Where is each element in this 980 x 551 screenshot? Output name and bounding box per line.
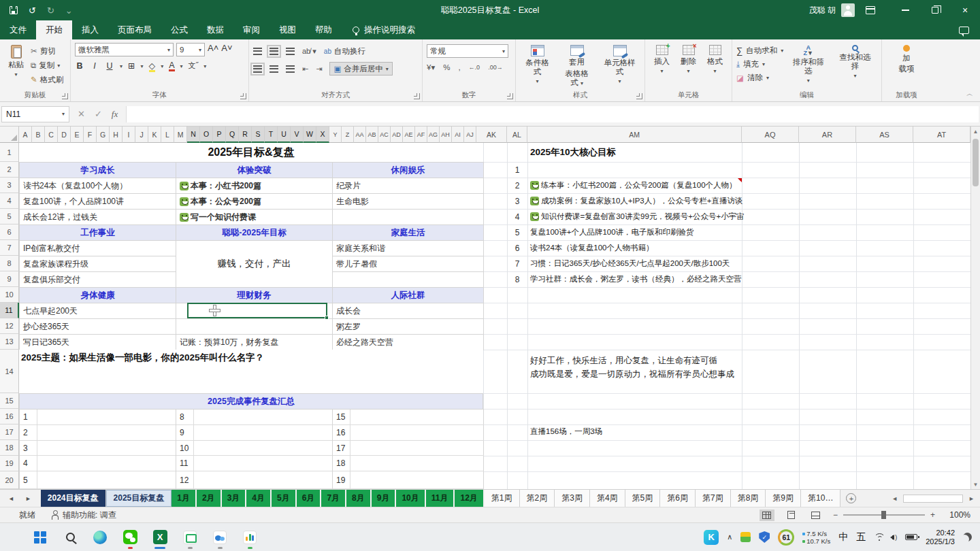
- alignment-dialog-launcher[interactable]: [414, 93, 420, 99]
- column-header[interactable]: L: [161, 127, 174, 143]
- column-header[interactable]: AR: [799, 127, 856, 143]
- sheet-tab[interactable]: 1月: [172, 490, 197, 507]
- sheet-cell[interactable]: 带儿子暑假: [333, 256, 484, 272]
- column-header-selected[interactable]: N: [187, 127, 200, 143]
- column-header[interactable]: AJ: [464, 127, 476, 143]
- goal-text-cell[interactable]: 成功案例：复盘家族10人+IP3人），公众号专栏+直播访谈: [527, 193, 742, 209]
- normal-view-button[interactable]: [760, 510, 774, 521]
- network-speed[interactable]: 7.5 K/s 10.7 K/s: [802, 530, 830, 545]
- format-painter-button[interactable]: ✎格式刷: [31, 73, 63, 86]
- row-header[interactable]: 7: [0, 240, 19, 256]
- summary-row[interactable]: 16: [333, 425, 484, 441]
- decrease-indent-icon[interactable]: ⇤: [302, 65, 308, 73]
- column-header[interactable]: B: [32, 127, 45, 143]
- horizontal-scrollbar[interactable]: ◄ ►: [889, 490, 980, 507]
- sheet-nav-next-icon[interactable]: ►: [25, 495, 31, 502]
- name-box[interactable]: N11▾: [1, 106, 69, 122]
- grow-font-button[interactable]: A˄: [208, 43, 218, 56]
- font-dialog-launcher[interactable]: [240, 93, 246, 99]
- sheet-cell[interactable]: 成长会12讲，过钱关: [20, 210, 176, 225]
- column-header[interactable]: K: [148, 127, 161, 143]
- avatar[interactable]: [841, 3, 855, 17]
- sheet-tab[interactable]: 第2周: [520, 490, 555, 507]
- cut-button[interactable]: ✂剪切: [31, 44, 63, 58]
- decrease-decimal-icon[interactable]: .00→: [488, 64, 503, 71]
- comment-icon[interactable]: [959, 27, 969, 34]
- sheet-cell[interactable]: 学习成长: [20, 163, 176, 178]
- comma-style-icon[interactable]: ,: [458, 63, 460, 71]
- sheet-tab[interactable]: 第3周: [555, 490, 590, 507]
- sheet-nav-prev-icon[interactable]: ◄: [8, 495, 14, 502]
- goal-number-cell[interactable]: 3: [507, 193, 527, 209]
- align-center-icon[interactable]: [270, 65, 278, 73]
- column-header[interactable]: AC: [378, 127, 391, 143]
- summary-row[interactable]: 19: [333, 471, 484, 489]
- row-header[interactable]: 20: [0, 471, 19, 489]
- scroll-down-icon[interactable]: ▼: [971, 480, 980, 489]
- sheet-cell[interactable]: 抄心经365天: [20, 319, 176, 335]
- goal-text-cell[interactable]: 练本事：小红书200篇，公众号200篇（复盘100个人物）: [527, 178, 742, 193]
- live-note-cell[interactable]: 直播156场，一周3场: [530, 427, 602, 437]
- sheet-cell[interactable]: 必经之路天空营: [333, 335, 484, 350]
- column-header[interactable]: AG: [427, 127, 440, 143]
- row-header[interactable]: 13: [0, 334, 19, 350]
- row-header[interactable]: 4: [0, 193, 19, 209]
- summary-row[interactable]: 5: [20, 471, 176, 489]
- row-header[interactable]: 9: [0, 271, 19, 287]
- sheet-tab[interactable]: 第5周: [625, 490, 661, 507]
- sheet-tab[interactable]: 第1周: [485, 490, 520, 507]
- section-header-cell[interactable]: 聪聪-2025年目标: [176, 225, 333, 241]
- battery-icon[interactable]: [905, 534, 917, 540]
- column-header-selected[interactable]: W: [304, 127, 316, 143]
- ribbon-tab[interactable]: 帮助: [306, 20, 342, 39]
- bottom-align-icon[interactable]: [286, 48, 295, 55]
- summary-row[interactable]: 1: [20, 410, 176, 425]
- sheet-tab[interactable]: 3月: [222, 490, 247, 507]
- sheet-tab[interactable]: 第4周: [590, 490, 625, 507]
- phonetic-guide-button[interactable]: 文˝: [189, 61, 199, 72]
- goal-text-cell[interactable]: 读书24本（读复盘100个人物书籍）: [527, 240, 742, 256]
- sheet-cell[interactable]: [333, 272, 484, 288]
- summary-row[interactable]: 9: [176, 425, 333, 441]
- summary-row[interactable]: 11: [176, 456, 333, 471]
- sheet-cell[interactable]: 粥左罗: [333, 319, 484, 335]
- scroll-right-icon[interactable]: ►: [966, 495, 977, 502]
- orientation-icon[interactable]: ab̸ ▾: [302, 47, 316, 56]
- ribbon-tab[interactable]: 公式: [161, 20, 197, 39]
- sheet-cell[interactable]: 写日记365天: [20, 335, 176, 350]
- summary-row[interactable]: 15: [333, 410, 484, 425]
- wifi-icon[interactable]: [874, 533, 884, 541]
- sheet-cell[interactable]: [333, 210, 484, 225]
- align-left-icon[interactable]: [253, 65, 262, 73]
- summary-row[interactable]: 8: [176, 410, 333, 425]
- goal-number-cell[interactable]: 8: [507, 271, 527, 287]
- column-header[interactable]: AS: [856, 127, 913, 143]
- column-header[interactable]: AB: [366, 127, 378, 143]
- fill-button[interactable]: ⤓填充▾: [736, 58, 783, 71]
- top-align-icon[interactable]: [253, 48, 262, 55]
- paste-button[interactable]: 粘贴▾: [4, 43, 28, 89]
- sheet-tab[interactable]: 2月: [197, 490, 222, 507]
- row-header[interactable]: 1: [0, 143, 19, 162]
- sheet-tab[interactable]: 第10…: [801, 490, 840, 507]
- sheet-cell[interactable]: 家庭关系和谐: [333, 241, 484, 256]
- ribbon-tab[interactable]: 插入: [72, 20, 108, 39]
- column-header[interactable]: Y: [329, 127, 342, 143]
- select-all-corner[interactable]: [0, 127, 19, 143]
- redo-icon[interactable]: ↻: [47, 5, 54, 16]
- sheet-cell[interactable]: 复盘俱乐部交付: [20, 272, 176, 288]
- zoom-out-icon[interactable]: −: [833, 510, 838, 520]
- ribbon-tab[interactable]: 文件: [0, 20, 36, 39]
- start-button[interactable]: [29, 525, 52, 550]
- kdocs-tray-icon[interactable]: K: [704, 530, 719, 545]
- goal-number-cell[interactable]: 2: [507, 178, 527, 193]
- sheet-cell[interactable]: 成长会: [333, 303, 484, 319]
- zoom-level[interactable]: 100%: [945, 510, 970, 520]
- sheet-tab[interactable]: 第9周: [766, 490, 801, 507]
- column-header-selected[interactable]: P: [213, 127, 226, 143]
- ribbon-tab[interactable]: 数据: [197, 20, 233, 39]
- sheet-cell[interactable]: 纪录片: [333, 178, 484, 194]
- sheet-cell[interactable]: 家庭生活: [333, 225, 484, 241]
- insert-cells-button[interactable]: + 插入▾: [650, 43, 674, 89]
- column-header[interactable]: AM: [527, 127, 742, 143]
